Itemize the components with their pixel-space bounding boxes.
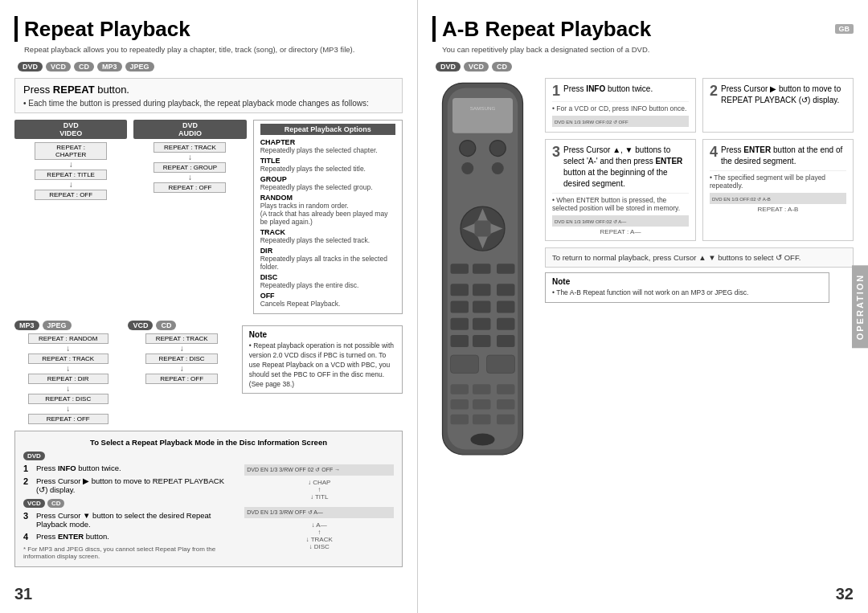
option-group: GROUP Repeatedly plays the selected grou… bbox=[260, 175, 395, 191]
dvd-audio-col: DVDAUDIO REPEAT : TRACK ↓ REPEAT : GROUP… bbox=[133, 120, 246, 314]
svg-rect-28 bbox=[497, 335, 515, 347]
info-footnote: * For MP3 and JPEG discs, you cannot sel… bbox=[23, 546, 236, 560]
badge-mp3: MP3 bbox=[97, 62, 122, 72]
mp3-flow: REPEAT : RANDOM ↓ REPEAT : TRACK ↓ REPEA… bbox=[14, 333, 121, 424]
svg-rect-19 bbox=[497, 284, 515, 296]
right-badge-dvd: DVD bbox=[436, 62, 461, 72]
right-title-area: A-B Repeat Playback GB bbox=[432, 16, 854, 42]
right-page: A-B Repeat Playback GB You can repetitiv… bbox=[418, 0, 868, 613]
svg-rect-27 bbox=[473, 335, 491, 347]
step4-screen: DVD EN 1/3 OFF:02 ↺ A-B bbox=[710, 193, 846, 204]
svg-rect-29 bbox=[451, 355, 479, 374]
svg-rect-22 bbox=[497, 301, 515, 313]
svg-rect-20 bbox=[451, 301, 469, 313]
press-repeat-text: Press REPEAT button. bbox=[23, 84, 129, 96]
info-step-1: 1 Press INFO button twice. bbox=[23, 464, 236, 473]
option-disc: DISC Repeatedly plays the entire disc. bbox=[260, 273, 395, 289]
info-format-badge-2: VCD CD bbox=[23, 499, 236, 508]
svg-point-40 bbox=[471, 434, 495, 446]
press-repeat-box: Press REPEAT button. • Each time the but… bbox=[14, 78, 403, 113]
right-badge-vcd: VCD bbox=[464, 62, 489, 72]
right-title: A-B Repeat Playback bbox=[442, 17, 651, 42]
step-card-4: 4 Press ENTER button at the end of the d… bbox=[702, 139, 854, 241]
info-box-content: DVD 1 Press INFO button twice. 2 Press C… bbox=[23, 452, 394, 560]
info-steps-area: DVD 1 Press INFO button twice. 2 Press C… bbox=[23, 452, 236, 560]
info-step-2: 2 Press Cursor ▶ button to move to REPEA… bbox=[23, 476, 236, 494]
screen-sim-1: DVD EN 1/3 3/RW OFF 02 ↺ OFF → bbox=[244, 464, 394, 476]
vcd-cd-flow: REPEAT : TRACK ↓ REPEAT : DISC ↓ REPEAT … bbox=[128, 333, 235, 384]
svg-rect-23 bbox=[451, 318, 469, 330]
left-format-badges: DVD VCD CD MP3 JPEG bbox=[18, 62, 403, 72]
dvd-repeat-chapter: REPEAT : CHAPTER bbox=[35, 142, 107, 160]
note-box: Note • Repeat playback operation is not … bbox=[242, 325, 403, 394]
dvd-audio-label: DVDAUDIO bbox=[133, 120, 246, 139]
option-random: RANDOM Plays tracks in random order.(A t… bbox=[260, 194, 395, 226]
step3-screen: DVD EN 1/3 3/RW OFF:02 ↺ A— bbox=[552, 215, 689, 227]
step3-num: 3 bbox=[552, 145, 560, 159]
svg-rect-26 bbox=[451, 335, 469, 347]
screen-sim-2: DVD EN 1/3 3/RW OFF ↺ A— bbox=[244, 507, 394, 518]
svg-rect-39 bbox=[497, 415, 515, 425]
svg-rect-32 bbox=[473, 384, 491, 394]
info-box: To Select a Repeat Playback Mode in the … bbox=[14, 431, 403, 567]
right-note-text: • The A-B Repeat function will not work … bbox=[552, 288, 822, 298]
bottom-note: To return to normal playback, press Curs… bbox=[545, 247, 854, 268]
right-format-badges: DVD VCD CD bbox=[436, 62, 854, 72]
left-title-area: Repeat Playback bbox=[14, 16, 403, 42]
sub-diagram-area: MP3 JPEG REPEAT : RANDOM ↓ REPEAT : TRAC… bbox=[14, 321, 403, 424]
svg-point-7 bbox=[492, 162, 504, 174]
step4-note: • The specified segment will be played r… bbox=[710, 170, 846, 190]
step2-num: 2 bbox=[710, 84, 718, 98]
right-main-area: SAMSUNG bbox=[432, 78, 854, 461]
info-badge-vcd-2: VCD bbox=[23, 499, 45, 508]
option-track: TRACK Repeatedly plays the selected trac… bbox=[260, 228, 395, 244]
dvd-video-flow: REPEAT : CHAPTER ↓ REPEAT : TITLE ↓ REPE… bbox=[14, 142, 127, 200]
mp3-disc: REPEAT : DISC bbox=[28, 394, 108, 404]
svg-rect-18 bbox=[473, 284, 491, 296]
badge-vcd-2: VCD bbox=[128, 321, 153, 330]
dvd-video-label: DVDVIDEO bbox=[14, 120, 127, 139]
svg-rect-30 bbox=[487, 355, 515, 374]
vcd-track: REPEAT : TRACK bbox=[145, 333, 218, 344]
option-dir: DIR Repeatedly plays all tracks in the s… bbox=[260, 247, 395, 271]
svg-rect-21 bbox=[473, 301, 491, 313]
dvd-repeat-title: REPEAT : TITLE bbox=[35, 170, 107, 180]
info-step-3: 3 Press Cursor ▼ button to select the de… bbox=[23, 511, 236, 529]
page-number-left: 31 bbox=[14, 585, 32, 603]
info-badge-dvd: DVD bbox=[23, 452, 45, 460]
vcd-off: REPEAT : OFF bbox=[145, 374, 218, 384]
badge-jpeg: JPEG bbox=[125, 62, 154, 72]
dvd-audio-group: REPEAT : GROUP bbox=[154, 162, 226, 173]
vcd-disc: REPEAT : DISC bbox=[145, 353, 218, 364]
mp3-jpeg-badges: MP3 JPEG bbox=[14, 321, 121, 330]
repeat-bold: REPEAT bbox=[53, 84, 95, 96]
title-bar-right bbox=[432, 16, 436, 42]
remote-svg: SAMSUNG bbox=[432, 78, 533, 460]
option-title: TITLE Repeatedly plays the selected titl… bbox=[260, 157, 395, 173]
option-chapter: CHAPTER Repeatedly plays the selected ch… bbox=[260, 138, 395, 154]
step-card-3: 3 Press Cursor ▲, ▼ buttons to select 'A… bbox=[545, 139, 696, 241]
step-grid-top: 1 Press INFO button twice. • For a VCD o… bbox=[545, 78, 854, 133]
mp3-track: REPEAT : TRACK bbox=[28, 353, 108, 364]
svg-text:SAMSUNG: SAMSUNG bbox=[470, 105, 496, 111]
step-card-1: 1 Press INFO button twice. • For a VCD o… bbox=[545, 78, 696, 133]
svg-rect-16 bbox=[497, 264, 515, 274]
info-format-badge: DVD bbox=[23, 452, 236, 460]
right-badge-cd: CD bbox=[492, 62, 512, 72]
step-card-2: 2 Press Cursor ▶ button to move to REPEA… bbox=[702, 78, 854, 133]
page-number-right: 32 bbox=[836, 585, 854, 603]
step1-screen: DVD EN 1/3 3/RW OFF:02 ↺ OFF bbox=[552, 116, 689, 127]
info-step-4: 4 Press ENTER button. bbox=[23, 532, 236, 541]
dvd-video-col: DVDVIDEO REPEAT : CHAPTER ↓ REPEAT : TIT… bbox=[14, 120, 127, 314]
step3-note: • When ENTER button is pressed, the sele… bbox=[552, 193, 689, 212]
badge-jpeg-2: JPEG bbox=[43, 321, 72, 330]
step1-num: 1 bbox=[552, 84, 560, 98]
badge-vcd: VCD bbox=[46, 62, 71, 72]
right-note-box: Note • The A-B Repeat function will not … bbox=[545, 272, 829, 303]
title-bar-left bbox=[14, 16, 18, 42]
svg-point-5 bbox=[489, 141, 506, 157]
remote-illustration: SAMSUNG bbox=[432, 78, 537, 461]
step1-note: • For a VCD or CD, press INFO button onc… bbox=[552, 101, 689, 112]
svg-rect-17 bbox=[451, 284, 469, 296]
step2-text: Press Cursor ▶ button to move to REPEAT … bbox=[721, 84, 846, 106]
